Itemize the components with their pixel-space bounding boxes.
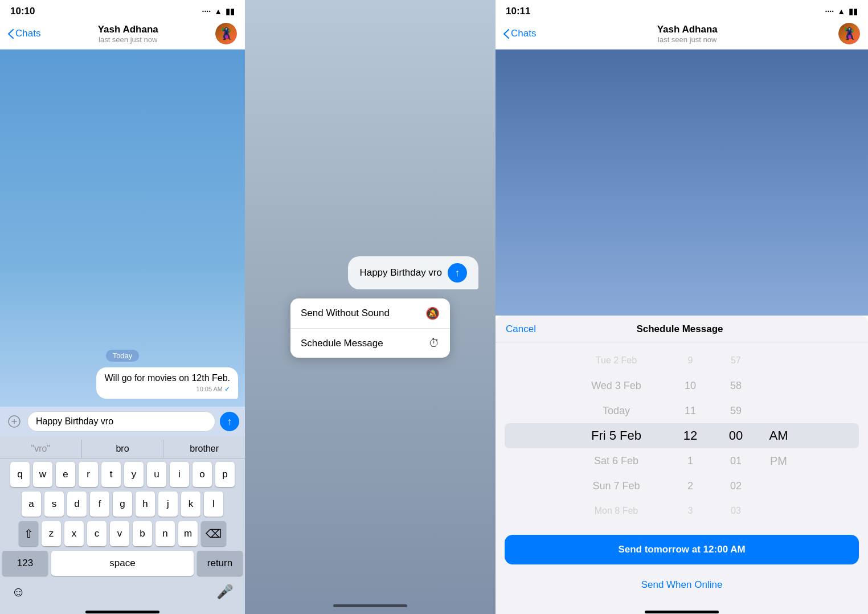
- picker-date-1: Wed 3 Feb: [565, 373, 668, 398]
- picker-min-1: 58: [713, 373, 759, 398]
- key-p[interactable]: p: [215, 462, 235, 487]
- picker-hour-4: 1: [668, 448, 713, 473]
- key-row-3: ⇧ z x c v b n m ⌫: [2, 521, 243, 546]
- key-a[interactable]: a: [22, 492, 41, 517]
- panel-schedule: 10:11 ···· ▲ ▮▮ Chats Yash Adhana last s…: [496, 0, 868, 614]
- suggestions-row: "vro" bro brother: [0, 440, 245, 459]
- back-button-3[interactable]: Chats: [503, 28, 536, 39]
- key-space[interactable]: space: [51, 551, 194, 576]
- battery-icon: ▮▮: [226, 7, 235, 16]
- status-time-3: 10:11: [506, 6, 530, 17]
- send-online-button[interactable]: Send When Online: [505, 570, 859, 600]
- send-tomorrow-button[interactable]: Send tomorrow at 12:00 AM: [505, 535, 859, 564]
- picker-min-3: 00: [713, 423, 759, 448]
- context-menu-item-1[interactable]: Schedule Message ⏱: [290, 329, 450, 358]
- key-y[interactable]: y: [124, 462, 144, 487]
- contact-name-3: Yash Adhana: [657, 24, 718, 35]
- picker-hour-1: 10: [668, 373, 713, 398]
- keyboard-1: "vro" bro brother q w e r t y u i o p a …: [0, 436, 245, 614]
- key-r[interactable]: r: [79, 462, 98, 487]
- key-b[interactable]: b: [133, 521, 152, 546]
- key-numbers[interactable]: 123: [2, 551, 48, 576]
- key-s[interactable]: s: [44, 492, 64, 517]
- status-icons-3: ···· ▲ ▮▮: [825, 7, 858, 16]
- date-picker-col[interactable]: Tue 2 Feb Wed 3 Feb Today Fri 5 Feb Sat …: [565, 348, 668, 523]
- msg-preview-bubble: Happy Birthday vro ↑: [348, 256, 478, 289]
- key-h[interactable]: h: [136, 492, 155, 517]
- home-bar-1: [85, 611, 159, 613]
- key-t[interactable]: t: [101, 462, 121, 487]
- key-x[interactable]: x: [64, 521, 84, 546]
- key-e[interactable]: e: [56, 462, 75, 487]
- key-m[interactable]: m: [178, 521, 198, 546]
- ampm-picker-col[interactable]: AM PM: [759, 348, 799, 523]
- suggestion-2[interactable]: brother: [163, 440, 245, 458]
- datetime-picker[interactable]: Tue 2 Feb Wed 3 Feb Today Fri 5 Feb Sat …: [496, 342, 868, 529]
- key-z[interactable]: z: [42, 521, 61, 546]
- picker-hour-5: 2: [668, 473, 713, 498]
- picker-date-2: Today: [565, 398, 668, 423]
- cancel-button[interactable]: Cancel: [506, 324, 536, 335]
- emoji-icon[interactable]: ☺: [11, 584, 26, 600]
- check-icon: ✓: [224, 385, 230, 393]
- mic-icon[interactable]: 🎤: [216, 584, 234, 600]
- key-n[interactable]: n: [155, 521, 175, 546]
- message-time-1: 10:05 AM ✓: [104, 385, 230, 393]
- picker-am: AM: [769, 423, 788, 448]
- send-button-1[interactable]: ↑: [220, 412, 239, 431]
- suggestion-1[interactable]: bro: [82, 440, 164, 458]
- suggestion-0[interactable]: "vro": [0, 440, 82, 458]
- picker-date-3: Fri 5 Feb: [565, 423, 668, 448]
- back-button-1[interactable]: Chats: [8, 28, 40, 39]
- contact-avatar-3[interactable]: 🦹: [838, 23, 860, 44]
- key-k[interactable]: k: [181, 492, 200, 517]
- attach-button[interactable]: [6, 413, 23, 430]
- picker-columns: Tue 2 Feb Wed 3 Feb Today Fri 5 Feb Sat …: [496, 348, 868, 523]
- picker-hour-0: 9: [668, 348, 713, 373]
- key-f[interactable]: f: [90, 492, 109, 517]
- context-menu-item-0[interactable]: Send Without Sound 🔕: [290, 298, 450, 329]
- key-d[interactable]: d: [67, 492, 87, 517]
- bottom-bar-1: ☺ 🎤: [0, 580, 245, 611]
- key-w[interactable]: w: [33, 462, 52, 487]
- picker-pm: PM: [770, 448, 787, 473]
- key-q[interactable]: q: [10, 462, 30, 487]
- home-bar-3: [645, 611, 719, 613]
- picker-hour-2: 11: [668, 398, 713, 423]
- schedule-title: Schedule Message: [636, 324, 723, 335]
- schedule-message-label: Schedule Message: [301, 338, 383, 349]
- contact-avatar-1[interactable]: 🦹: [215, 23, 237, 44]
- key-row-1: q w e r t y u i o p: [2, 462, 243, 487]
- message-input-1[interactable]: Happy Birthday vro: [27, 411, 215, 432]
- picker-min-0: 57: [713, 348, 759, 373]
- key-g[interactable]: g: [113, 492, 132, 517]
- picker-date-6: Mon 8 Feb: [565, 498, 668, 523]
- minute-picker-col[interactable]: 57 58 59 00 01 02 03: [713, 348, 759, 523]
- key-u[interactable]: u: [147, 462, 166, 487]
- status-icons-1: ···· ▲ ▮▮: [202, 7, 235, 16]
- send-without-sound-label: Send Without Sound: [301, 308, 390, 319]
- picker-date-4: Sat 6 Feb: [565, 448, 668, 473]
- status-bar-1: 10:10 ···· ▲ ▮▮: [0, 0, 245, 19]
- clock-icon: ⏱: [428, 337, 440, 350]
- chat-area-3: [496, 50, 868, 316]
- nav-center-3: Yash Adhana last seen just now: [657, 24, 718, 44]
- wifi-icon-3: ▲: [837, 7, 845, 16]
- chat-area-1: Today Will go for movies on 12th Feb. 10…: [0, 50, 245, 407]
- key-return[interactable]: return: [197, 551, 243, 576]
- contact-name-1: Yash Adhana: [98, 24, 158, 35]
- panel-context-menu: Happy Birthday vro ↑ Send Without Sound …: [245, 0, 496, 614]
- key-backspace[interactable]: ⌫: [201, 521, 226, 546]
- key-i[interactable]: i: [170, 462, 189, 487]
- picker-min-6: 03: [713, 498, 759, 523]
- key-o[interactable]: o: [193, 462, 212, 487]
- key-l[interactable]: l: [204, 492, 223, 517]
- key-c[interactable]: c: [87, 521, 107, 546]
- signal-icon: ····: [202, 7, 211, 16]
- key-j[interactable]: j: [158, 492, 178, 517]
- signal-icon-3: ····: [825, 7, 834, 16]
- send-button-preview[interactable]: ↑: [448, 263, 467, 283]
- key-shift[interactable]: ⇧: [19, 521, 38, 546]
- hour-picker-col[interactable]: 9 10 11 12 1 2 3: [668, 348, 713, 523]
- key-v[interactable]: v: [110, 521, 129, 546]
